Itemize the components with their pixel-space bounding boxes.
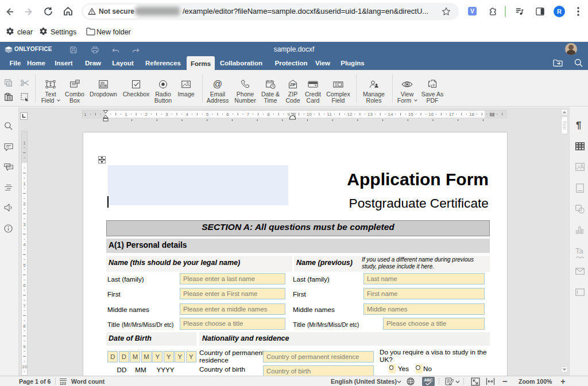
- svg-text:13: 13: [368, 112, 373, 117]
- svg-text:9: 9: [288, 112, 291, 117]
- svg-text:1: 1: [23, 141, 26, 146]
- svg-text:12: 12: [347, 112, 353, 117]
- svg-text:3: 3: [23, 222, 26, 227]
- svg-text:4: 4: [185, 112, 188, 117]
- svg-text:6: 6: [226, 112, 229, 117]
- svg-text:2: 2: [145, 112, 148, 117]
- svg-text:123: 123: [60, 381, 66, 385]
- svg-text:2: 2: [23, 201, 26, 206]
- svg-text:18: 18: [469, 112, 474, 117]
- svg-text:15: 15: [408, 112, 413, 117]
- svg-text:7: 7: [23, 303, 26, 309]
- svg-text:1: 1: [23, 181, 26, 186]
- svg-text:9: 9: [23, 344, 26, 349]
- svg-text:3: 3: [165, 112, 168, 117]
- svg-text:8: 8: [23, 323, 26, 329]
- svg-text:4: 4: [23, 242, 26, 247]
- svg-text:@: @: [213, 79, 222, 89]
- svg-text:10: 10: [22, 364, 27, 369]
- svg-text:5: 5: [23, 263, 26, 268]
- svg-text:17: 17: [449, 112, 454, 117]
- svg-text:1: 1: [125, 112, 127, 117]
- svg-text:8: 8: [267, 112, 270, 117]
- svg-text:5: 5: [206, 112, 209, 117]
- svg-text:6: 6: [23, 283, 26, 288]
- svg-text:7: 7: [247, 112, 250, 117]
- svg-text:11: 11: [327, 112, 332, 117]
- svg-text:1: 1: [84, 112, 87, 117]
- svg-text:10: 10: [307, 112, 312, 117]
- svg-text:ABC: ABC: [424, 378, 432, 382]
- svg-text:16: 16: [428, 112, 434, 117]
- svg-text:14: 14: [388, 112, 393, 117]
